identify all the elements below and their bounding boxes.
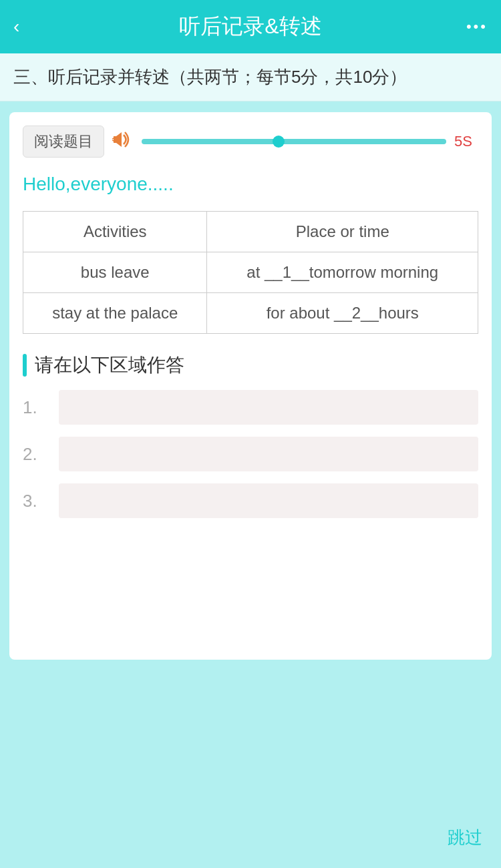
table-col2-header: Place or time xyxy=(207,212,478,252)
table-cell-time-2: for about __2__hours xyxy=(207,293,478,334)
section-banner-text: 三、听后记录并转述（共两节；每节5分，共10分） xyxy=(13,67,407,87)
greeting-text: Hello,everyone..... xyxy=(23,174,478,195)
section-banner: 三、听后记录并转述（共两节；每节5分，共10分） xyxy=(0,53,501,101)
answer-num-2: 2. xyxy=(23,444,49,465)
table-row: bus leave at __1__tomorrow morning xyxy=(23,252,478,293)
answer-row-2: 2. xyxy=(23,437,478,471)
answer-num-1: 1. xyxy=(23,397,49,418)
read-button[interactable]: 阅读题目 xyxy=(23,126,104,158)
activity-table: Activities Place or time bus leave at __… xyxy=(23,211,478,334)
content-area: 阅读题目 5S Hello,everyone..... Activities P… xyxy=(9,112,492,660)
time-label: 5S xyxy=(454,133,478,150)
svg-marker-0 xyxy=(116,132,122,147)
answer-row-3: 3. xyxy=(23,483,478,518)
speaker-icon[interactable] xyxy=(112,130,134,154)
answer-num-3: 3. xyxy=(23,491,49,511)
table-col1-header: Activities xyxy=(23,212,207,252)
header: ‹ 听后记录&转述 ••• xyxy=(0,0,501,53)
skip-button[interactable]: 跳过 xyxy=(448,826,482,849)
table-cell-activity-1: bus leave xyxy=(23,252,207,293)
answer-row-1: 1. xyxy=(23,390,478,425)
answer-bar-decoration xyxy=(23,354,27,377)
audio-row: 阅读题目 5S xyxy=(23,126,478,158)
answer-input-1[interactable] xyxy=(59,390,478,425)
table-cell-activity-2: stay at the palace xyxy=(23,293,207,334)
progress-bar[interactable] xyxy=(142,139,446,144)
answer-input-3[interactable] xyxy=(59,483,478,518)
answer-section-title: 请在以下区域作答 xyxy=(35,353,184,378)
svg-rect-1 xyxy=(114,136,116,143)
progress-dot xyxy=(273,136,285,148)
header-title: 听后记录&转述 xyxy=(179,12,321,41)
back-button[interactable]: ‹ xyxy=(13,16,19,37)
answer-input-2[interactable] xyxy=(59,437,478,471)
answer-section-header: 请在以下区域作答 xyxy=(23,353,478,378)
more-button[interactable]: ••• xyxy=(466,18,488,35)
table-row: stay at the palace for about __2__hours xyxy=(23,293,478,334)
table-cell-time-1: at __1__tomorrow morning xyxy=(207,252,478,293)
